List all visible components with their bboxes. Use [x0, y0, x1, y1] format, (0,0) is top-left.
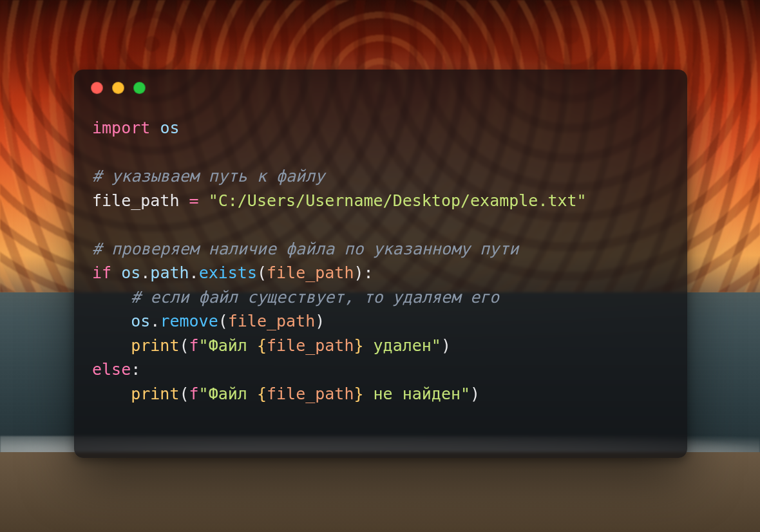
code-token: ( — [179, 336, 189, 355]
code-token: file_path — [267, 263, 354, 282]
code-token: ( — [179, 385, 189, 403]
code-token: ) — [354, 263, 363, 282]
code-token: . — [189, 263, 199, 282]
code-token: os — [121, 263, 140, 282]
code-token: path — [150, 263, 189, 282]
code-line: import os — [92, 119, 179, 137]
code-token: file_path — [92, 191, 179, 210]
code-token: ( — [218, 312, 228, 330]
code-token: os — [131, 312, 150, 330]
code-token: # указываем путь к файлу — [92, 167, 325, 185]
code-token — [199, 191, 209, 210]
minimize-icon[interactable] — [112, 82, 124, 94]
code-token: удален" — [364, 336, 441, 355]
code-token: "C:/Users/Username/Desktop/example.txt" — [209, 191, 587, 210]
code-line: if os.path.exists(file_path): — [92, 263, 374, 282]
code-window: import os # указываем путь к файлу file_… — [74, 70, 687, 458]
zoom-icon[interactable] — [133, 82, 146, 94]
code-token: print — [131, 336, 179, 355]
code-token: } — [354, 385, 363, 403]
code-token: import — [92, 119, 150, 137]
code-token — [92, 312, 131, 330]
code-token: os — [160, 119, 179, 137]
code-token: { — [257, 385, 267, 403]
code-token: . — [140, 263, 150, 282]
code-token: = — [189, 191, 199, 210]
code-token: file_path — [267, 385, 354, 403]
code-token: file_path — [267, 336, 354, 355]
code-token: f — [189, 336, 199, 355]
background-sand — [0, 452, 760, 532]
close-icon[interactable] — [91, 82, 103, 94]
code-line: file_path = "C:/Users/Username/Desktop/e… — [92, 191, 587, 210]
code-line: print(f"Файл {file_path} удален") — [92, 336, 451, 355]
code-line: # указываем путь к файлу — [92, 167, 325, 185]
window-titlebar — [74, 70, 687, 106]
code-token: # если файл существует, то удаляем его — [131, 288, 499, 307]
code-token: . — [150, 312, 160, 330]
code-line: # проверяем наличие файла по указанному … — [92, 240, 518, 258]
code-token — [150, 119, 160, 137]
code-token: f — [189, 385, 199, 403]
code-token — [92, 385, 131, 403]
code-token: { — [257, 336, 267, 355]
code-token: "Файл — [199, 385, 257, 403]
code-editor[interactable]: import os # указываем путь к файлу file_… — [74, 106, 687, 424]
code-token: ) — [441, 336, 451, 355]
code-token: file_path — [228, 312, 315, 330]
code-token: : — [131, 360, 140, 379]
code-token: ) — [315, 312, 325, 330]
code-token: else — [92, 360, 131, 379]
code-token — [92, 336, 131, 355]
code-token: # проверяем наличие файла по указанному … — [92, 240, 518, 258]
code-token: не найден" — [364, 385, 471, 403]
code-line: os.remove(file_path) — [92, 312, 325, 330]
code-line: print(f"Файл {file_path} не найден") — [92, 385, 480, 403]
code-token — [92, 288, 131, 307]
code-token: : — [364, 263, 374, 282]
code-line: else: — [92, 360, 140, 379]
code-line: # если файл существует, то удаляем его — [92, 288, 499, 307]
code-token: exists — [199, 263, 257, 282]
code-token: remove — [160, 312, 218, 330]
code-token: "Файл — [199, 336, 257, 355]
code-token: ( — [257, 263, 267, 282]
code-token: } — [354, 336, 363, 355]
code-token — [179, 191, 189, 210]
code-token — [111, 263, 121, 282]
code-token: ) — [470, 385, 480, 403]
code-token: print — [131, 385, 179, 403]
code-token: if — [92, 263, 111, 282]
